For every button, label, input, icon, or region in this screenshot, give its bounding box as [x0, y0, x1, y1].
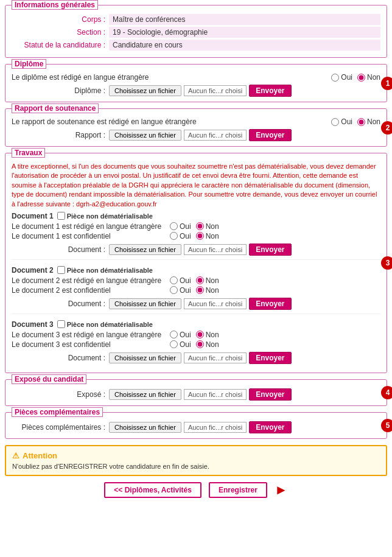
doc3-langue-non-label[interactable]: Non	[196, 331, 219, 339]
doc3-confidentiel-row: Le document 3 est confidentiel Oui Non	[12, 340, 380, 349]
doc1-langue-non-label[interactable]: Non	[196, 222, 219, 231]
pieces-title: Pièces complémentaires	[12, 407, 103, 417]
doc1-conf-non-radio[interactable]	[196, 232, 204, 240]
diplome-non-radio[interactable]	[357, 74, 365, 82]
doc2-conf-oui-label[interactable]: Oui	[170, 286, 191, 295]
expose-file-row: Exposé : Choisissez un fichier Aucun fic…	[12, 388, 380, 401]
page: Informations générales Corps : Maître de…	[0, 0, 392, 506]
doc3-langue-oui-label[interactable]: Oui	[170, 331, 191, 339]
diplome-badge: 1	[381, 77, 392, 90]
rapport-non-label[interactable]: Non	[357, 117, 380, 126]
doc1-conf-oui-label[interactable]: Oui	[170, 232, 191, 240]
doc1-confidentiel-label: Le document 1 est confidentiel	[12, 232, 170, 240]
attention-text: N'oubliez pas d'ENREGISTRER votre candid…	[12, 463, 380, 470]
section-row: Section : 19 - Sociologie, démographie	[12, 27, 380, 38]
expose-choose-button[interactable]: Choisissez un fichier	[109, 389, 181, 400]
doc2-langue-row: Le document 2 est rédigé en langue étran…	[12, 276, 380, 285]
rapport-section: Rapport de soutenance Le rapport de sout…	[5, 108, 387, 147]
travaux-section-wrapper: Travaux A titre exceptionnel, si l'un de…	[5, 153, 387, 373]
diplome-choose-button[interactable]: Choisissez un fichier	[109, 85, 181, 96]
doc1-choose-button[interactable]: Choisissez un fichier	[109, 244, 181, 255]
travaux-content: A titre exceptionnel, si l'un des docume…	[12, 162, 380, 368]
doc2-choose-button[interactable]: Choisissez un fichier	[109, 298, 181, 309]
diplome-title: Diplôme	[12, 59, 46, 69]
doc2-langue-non-label[interactable]: Non	[196, 276, 219, 285]
rapport-content: Le rapport de soutenance est rédigé en l…	[12, 117, 380, 141]
doc3-langue-oui-radio[interactable]	[170, 331, 178, 338]
diplome-oui-radio[interactable]	[331, 74, 339, 82]
doc1-langue-row: Le document 1 est rédigé en langue étran…	[12, 222, 380, 231]
attention-box: ⚠ Attention N'oubliez pas d'ENREGISTRER …	[5, 445, 387, 476]
expose-content: Exposé : Choisissez un fichier Aucun fic…	[12, 388, 380, 401]
doc3-langue-non-radio[interactable]	[196, 331, 204, 338]
document-3-label: Document 3	[12, 320, 54, 329]
document-1-block: Document 1 Pièce non dématérialisable Le…	[12, 212, 380, 260]
doc2-file-row: Document : Choisissez un fichier Aucun f…	[12, 298, 380, 310]
expose-file-controls: Choisissez un fichier Aucun fic...r choi…	[109, 388, 292, 401]
document-3-piece-label[interactable]: Pièce non dématérialisable	[57, 320, 153, 328]
diplome-langue-row: Le diplôme est rédigé en langue étrangèr…	[12, 73, 380, 82]
rapport-file-row: Rapport : Choisissez un fichier Aucun fi…	[12, 129, 380, 141]
document-2-title: Document 2 Pièce non dématérialisable	[12, 266, 380, 275]
doc1-langue-non-radio[interactable]	[196, 222, 204, 230]
enregistrer-button[interactable]: Enregistrer	[209, 482, 267, 498]
diplomes-button[interactable]: << Diplômes, Activités	[104, 482, 201, 498]
doc1-envoyer-button[interactable]: Envoyer	[249, 243, 291, 256]
travaux-badge: 3	[381, 256, 392, 270]
doc3-conf-non-label[interactable]: Non	[196, 340, 219, 349]
doc3-choose-button[interactable]: Choisissez un fichier	[109, 352, 181, 363]
travaux-section: Travaux A titre exceptionnel, si l'un de…	[5, 153, 387, 373]
diplome-oui-label[interactable]: Oui	[331, 73, 352, 82]
expose-envoyer-button[interactable]: Envoyer	[249, 388, 291, 401]
doc2-langue-oui-radio[interactable]	[170, 276, 178, 284]
document-2-piece-checkbox[interactable]	[57, 266, 65, 274]
arrow-right-icon: ►	[275, 482, 288, 498]
rapport-envoyer-button[interactable]: Envoyer	[249, 129, 291, 141]
doc2-langue-non-radio[interactable]	[196, 276, 204, 284]
expose-file-label: Exposé :	[12, 390, 109, 399]
doc1-langue-oui-label[interactable]: Oui	[170, 222, 191, 231]
doc2-langue-oui-label[interactable]: Oui	[170, 276, 191, 285]
diplome-envoyer-button[interactable]: Envoyer	[249, 85, 291, 97]
document-1-piece-checkbox[interactable]	[57, 212, 65, 220]
doc3-file-row: Document : Choisissez un fichier Aucun f…	[12, 352, 380, 364]
doc2-conf-oui-radio[interactable]	[170, 286, 178, 294]
doc1-conf-non-label[interactable]: Non	[196, 232, 219, 240]
doc3-file-name: Aucun fic...r choisi	[184, 352, 247, 363]
informations-content: Corps : Maître de conférences Section : …	[12, 14, 380, 51]
doc2-envoyer-button[interactable]: Envoyer	[249, 298, 291, 310]
document-1-piece-label[interactable]: Pièce non dématérialisable	[57, 212, 153, 220]
pieces-envoyer-button[interactable]: Envoyer	[249, 421, 291, 433]
rapport-non-radio[interactable]	[357, 118, 365, 126]
doc3-confidentiel-label: Le document 3 est confidentiel	[12, 340, 170, 349]
doc3-conf-oui-label[interactable]: Oui	[170, 340, 191, 349]
doc1-file-label: Document :	[12, 245, 109, 254]
diplome-file-controls: Choisissez un fichier Aucun fic...r choi…	[109, 85, 292, 97]
diplome-non-label[interactable]: Non	[357, 73, 380, 82]
doc1-file-name: Aucun fic...r choisi	[184, 244, 247, 255]
pieces-choose-button[interactable]: Choisissez un fichier	[109, 422, 181, 433]
doc1-langue-oui-radio[interactable]	[170, 222, 178, 230]
doc3-conf-non-radio[interactable]	[196, 340, 204, 348]
rapport-oui-radio[interactable]	[331, 118, 339, 126]
document-3-block: Document 3 Pièce non dématérialisable Le…	[12, 320, 380, 368]
rapport-choose-button[interactable]: Choisissez un fichier	[109, 130, 181, 141]
doc3-envoyer-button[interactable]: Envoyer	[249, 352, 291, 364]
expose-badge: 4	[381, 386, 392, 399]
document-1-title: Document 1 Pièce non dématérialisable	[12, 212, 380, 220]
expose-section: Exposé du candidat Exposé : Choisissez u…	[5, 379, 387, 406]
doc3-conf-oui-radio[interactable]	[170, 340, 178, 348]
diplome-file-row: Diplôme : Choisissez un fichier Aucun fi…	[12, 85, 380, 97]
rapport-oui-label[interactable]: Oui	[331, 117, 352, 126]
doc2-file-name: Aucun fic...r choisi	[184, 298, 247, 309]
attention-title: ⚠ Attention	[12, 451, 380, 460]
doc1-conf-oui-radio[interactable]	[170, 232, 178, 240]
document-3-piece-checkbox[interactable]	[57, 320, 65, 328]
doc2-conf-non-radio[interactable]	[196, 286, 204, 294]
pieces-badge: 5	[381, 419, 392, 432]
informations-title: Informations générales	[12, 0, 98, 10]
diplome-section-wrapper: Diplôme Le diplôme est rédigé en langue …	[5, 64, 387, 102]
pieces-section: Pièces complémentaires Pièces complément…	[5, 412, 387, 439]
document-2-piece-label[interactable]: Pièce non dématérialisable	[57, 266, 153, 274]
doc2-conf-non-label[interactable]: Non	[196, 286, 219, 295]
